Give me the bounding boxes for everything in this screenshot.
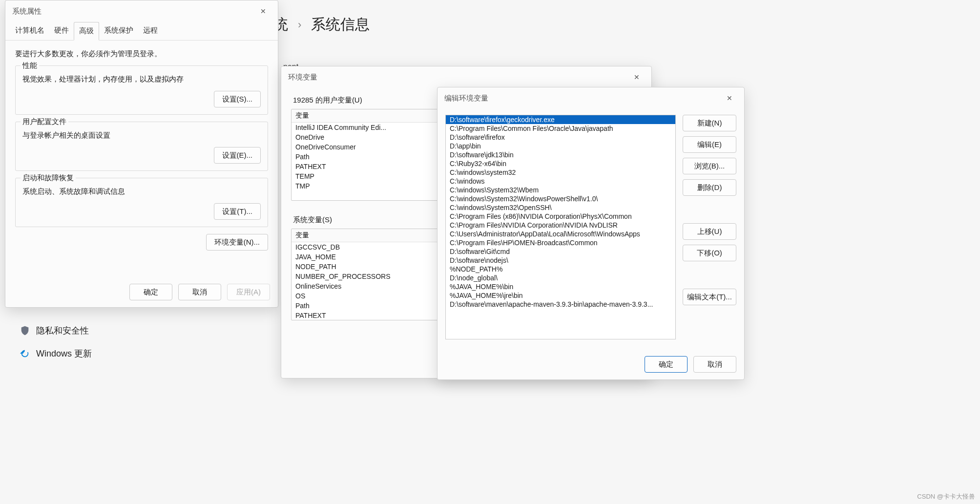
group-desc: 与登录帐户相关的桌面设置 <box>22 131 261 140</box>
tab-3[interactable]: 系统保护 <box>99 22 138 40</box>
titlebar[interactable]: 环境变量 <box>281 66 651 88</box>
ok-button[interactable]: 确定 <box>645 356 688 373</box>
chevron-right-icon: › <box>298 19 301 31</box>
refresh-icon <box>20 348 30 359</box>
group-startup-recovery: 启动和故障恢复 系统启动、系统故障和调试信息 设置(T)... <box>15 178 268 227</box>
list-item[interactable]: %JAVA_HOME%\jre\bin <box>446 291 675 300</box>
list-item[interactable]: %NODE_PATH% <box>446 265 675 273</box>
group-desc: 系统启动、系统故障和调试信息 <box>22 187 261 196</box>
environment-variables-button[interactable]: 环境变量(N)... <box>206 234 268 251</box>
list-item[interactable]: D:\software\firefox\geckodriver.exe <box>446 115 675 124</box>
shield-icon <box>20 325 30 336</box>
edit-text-button[interactable]: 编辑文本(T)... <box>683 289 736 305</box>
close-icon[interactable] <box>720 91 739 105</box>
list-item[interactable]: C:\windows <box>446 177 675 186</box>
breadcrumb-part[interactable]: 系统信息 <box>311 15 370 35</box>
group-legend: 性能 <box>21 61 39 70</box>
edit-environment-variable-dialog: 编辑环境变量 D:\software\firefox\geckodriver.e… <box>437 87 745 380</box>
apply-button[interactable]: 应用(A) <box>227 284 270 300</box>
settings-button[interactable]: 设置(S)... <box>214 91 261 107</box>
admin-note: 要进行大多数更改，你必须作为管理员登录。 <box>15 49 268 59</box>
delete-button[interactable]: 删除(D) <box>683 179 736 196</box>
list-item[interactable]: C:\Program Files\NVIDIA Corporation\NVID… <box>446 221 675 230</box>
close-icon[interactable] <box>627 70 646 84</box>
path-listbox[interactable]: D:\software\firefox\geckodriver.exeC:\Pr… <box>445 115 676 339</box>
list-item[interactable]: C:\Program Files\HP\OMEN-Broadcast\Commo… <box>446 238 675 247</box>
tabs: 计算机名硬件高级系统保护远程 <box>5 22 278 41</box>
list-item[interactable]: D:\app\bin <box>446 142 675 150</box>
list-item[interactable]: %JAVA_HOME%\bin <box>446 282 675 291</box>
list-item[interactable]: C:\windows\System32\WindowsPowerShell\v1… <box>446 194 675 203</box>
tab-2[interactable]: 高级 <box>74 22 99 41</box>
edit-button[interactable]: 编辑(E) <box>683 136 736 153</box>
list-item[interactable]: C:\Program Files (x86)\NVIDIA Corporatio… <box>446 212 675 221</box>
group-legend: 用户配置文件 <box>21 117 68 126</box>
sidebar-item-privacy[interactable]: 隐私和安全性 <box>20 325 89 336</box>
list-item[interactable]: D:\software\firefox <box>446 133 675 142</box>
new-button[interactable]: 新建(N) <box>683 115 736 131</box>
list-item[interactable]: C:\Users\Administrator\AppData\Local\Mic… <box>446 230 675 238</box>
sidebar-item-update[interactable]: Windows 更新 <box>20 348 92 359</box>
cancel-button[interactable]: 取消 <box>178 284 221 300</box>
system-properties-dialog: 系统属性 计算机名硬件高级系统保护远程 要进行大多数更改，你必须作为管理员登录。… <box>5 0 278 308</box>
list-item[interactable]: C:\windows\System32\Wbem <box>446 186 675 194</box>
settings-button[interactable]: 设置(E)... <box>214 147 261 164</box>
tab-1[interactable]: 硬件 <box>49 22 74 40</box>
list-item[interactable]: D:\software\nodejs\ <box>446 256 675 265</box>
ok-button[interactable]: 确定 <box>129 284 172 300</box>
dialog-title: 环境变量 <box>288 73 317 82</box>
list-item[interactable]: C:\Ruby32-x64\bin <box>446 159 675 168</box>
move-up-button[interactable]: 上移(U) <box>683 223 736 240</box>
sidebar-item-label: Windows 更新 <box>36 348 92 359</box>
group-performance: 性能 视觉效果，处理器计划，内存使用，以及虚拟内存 设置(S)... <box>15 65 268 115</box>
breadcrumb: 统 › 系统信息 <box>273 15 370 35</box>
sidebar-item-label: 隐私和安全性 <box>36 325 89 336</box>
move-down-button[interactable]: 下移(O) <box>683 245 736 261</box>
group-desc: 视觉效果，处理器计划，内存使用，以及虚拟内存 <box>22 75 261 84</box>
cancel-button[interactable]: 取消 <box>693 356 736 373</box>
tab-0[interactable]: 计算机名 <box>10 22 49 40</box>
list-item[interactable]: D:\node_global\ <box>446 273 675 282</box>
group-user-profile: 用户配置文件 与登录帐户相关的桌面设置 设置(E)... <box>15 122 268 171</box>
dialog-title: 系统属性 <box>12 7 42 16</box>
dialog-title: 编辑环境变量 <box>444 94 488 103</box>
list-item[interactable]: C:\windows\System32\OpenSSH\ <box>446 203 675 212</box>
list-item[interactable]: D:\software\jdk13\bin <box>446 150 675 159</box>
list-item[interactable]: D:\software\Git\cmd <box>446 247 675 256</box>
list-item[interactable]: D:\software\maven\apache-maven-3.9.3-bin… <box>446 300 675 309</box>
tab-4[interactable]: 远程 <box>138 22 163 40</box>
browse-button[interactable]: 浏览(B)... <box>683 158 736 174</box>
close-icon[interactable] <box>253 4 273 18</box>
titlebar[interactable]: 编辑环境变量 <box>438 87 744 109</box>
list-item[interactable]: C:\Program Files\Common Files\Oracle\Jav… <box>446 124 675 133</box>
settings-button[interactable]: 设置(T)... <box>214 203 261 220</box>
watermark: CSDN @卡卡大怪兽 <box>917 492 975 501</box>
titlebar[interactable]: 系统属性 <box>5 0 278 22</box>
group-legend: 启动和故障恢复 <box>21 173 76 183</box>
list-item[interactable]: C:\windows\system32 <box>446 168 675 177</box>
